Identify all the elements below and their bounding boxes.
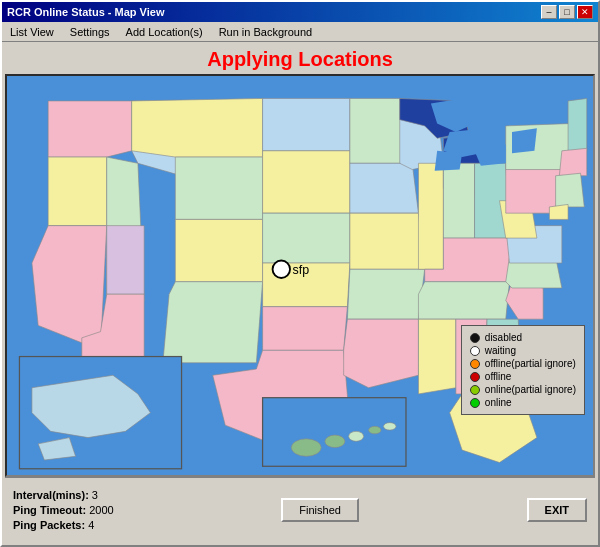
finished-button[interactable]: Finished [281, 498, 359, 522]
maximize-button[interactable]: □ [559, 5, 575, 19]
legend-waiting: waiting [470, 345, 576, 356]
svg-marker-43 [556, 173, 585, 207]
menu-bar: List View Settings Add Location(s) Run i… [2, 22, 598, 42]
interval-row: Interval(mins): 3 [13, 489, 114, 501]
svg-marker-39 [506, 163, 562, 213]
svg-marker-31 [418, 319, 455, 394]
offline-partial-dot [470, 359, 480, 369]
waiting-dot [470, 346, 480, 356]
svg-marker-6 [132, 98, 263, 157]
online-partial-dot [470, 385, 480, 395]
legend-offline: offline [470, 371, 576, 382]
content-area: Applying Locations [2, 42, 598, 545]
menu-list-view[interactable]: List View [7, 25, 57, 39]
offline-dot [470, 372, 480, 382]
svg-marker-44 [549, 204, 568, 219]
disabled-dot [470, 333, 480, 343]
svg-marker-19 [350, 163, 419, 213]
title-bar: RCR Online Status - Map View – □ ✕ [2, 2, 598, 22]
svg-marker-42 [559, 148, 586, 175]
svg-point-51 [384, 423, 396, 430]
map-container: sfp [5, 74, 595, 477]
svg-point-49 [349, 431, 364, 441]
ping-timeout-label: Ping Timeout: [13, 504, 86, 516]
svg-marker-14 [263, 213, 350, 263]
title-buttons: – □ ✕ [541, 5, 593, 19]
sfp-marker [273, 261, 290, 278]
ping-packets-row: Ping Packets: 4 [13, 519, 114, 531]
legend-online: online [470, 397, 576, 408]
svg-point-48 [325, 435, 345, 447]
legend-offline-partial: offline(partial ignore) [470, 358, 576, 369]
svg-marker-30 [418, 282, 509, 319]
svg-marker-20 [350, 213, 425, 269]
svg-marker-12 [263, 98, 350, 150]
svg-marker-8 [107, 226, 144, 295]
menu-add-locations[interactable]: Add Location(s) [123, 25, 206, 39]
svg-marker-41 [568, 98, 587, 150]
svg-marker-56 [435, 151, 462, 171]
svg-marker-55 [512, 128, 537, 153]
status-info: Interval(mins): 3 Ping Timeout: 2000 Pin… [13, 489, 114, 531]
svg-point-50 [369, 426, 381, 433]
ping-packets-label: Ping Packets: [13, 519, 85, 531]
svg-marker-16 [263, 307, 348, 351]
main-window: RCR Online Status - Map View – □ ✕ List … [0, 0, 600, 547]
online-dot [470, 398, 480, 408]
legend-disabled-label: disabled [485, 332, 522, 343]
svg-marker-1 [48, 101, 132, 157]
minimize-button[interactable]: – [541, 5, 557, 19]
svg-marker-7 [175, 157, 262, 219]
svg-marker-22 [344, 319, 419, 388]
us-map: sfp [7, 76, 593, 475]
svg-point-47 [291, 439, 321, 456]
hawaii-inset-box [263, 398, 406, 467]
legend-online-partial: online(partial ignore) [470, 384, 576, 395]
svg-marker-11 [163, 282, 263, 363]
ping-packets-value: 4 [88, 519, 94, 531]
sfp-label: sfp [293, 263, 310, 277]
legend-online-partial-label: online(partial ignore) [485, 384, 576, 395]
ping-timeout-value: 2000 [89, 504, 113, 516]
svg-marker-13 [263, 151, 350, 213]
legend: disabled waiting offline(partial ignore)… [461, 325, 585, 415]
interval-label: Interval(mins): [13, 489, 89, 501]
menu-run-background[interactable]: Run in Background [216, 25, 316, 39]
ping-timeout-row: Ping Timeout: 2000 [13, 504, 114, 516]
legend-disabled: disabled [470, 332, 576, 343]
legend-offline-label: offline [485, 371, 512, 382]
exit-button[interactable]: EXIT [527, 498, 587, 522]
close-button[interactable]: ✕ [577, 5, 593, 19]
page-title: Applying Locations [5, 48, 595, 71]
legend-online-label: online [485, 397, 512, 408]
status-bar: Interval(mins): 3 Ping Timeout: 2000 Pin… [5, 477, 595, 542]
legend-waiting-label: waiting [485, 345, 516, 356]
svg-marker-2 [48, 157, 107, 226]
svg-marker-24 [418, 163, 443, 269]
svg-marker-27 [443, 163, 474, 238]
svg-marker-21 [347, 269, 424, 319]
svg-marker-10 [175, 219, 262, 281]
window-title: RCR Online Status - Map View [7, 6, 165, 18]
legend-offline-partial-label: offline(partial ignore) [485, 358, 576, 369]
menu-settings[interactable]: Settings [67, 25, 113, 39]
interval-value: 3 [92, 489, 98, 501]
